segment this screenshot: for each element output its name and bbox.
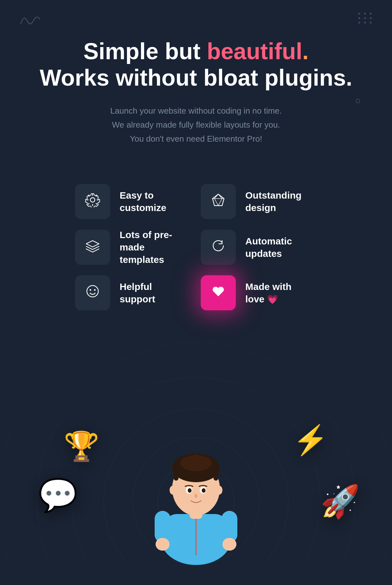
hero-title-part1: Simple but xyxy=(83,39,207,64)
layers-icon xyxy=(85,238,100,257)
feature-icon-box-gear xyxy=(75,184,110,219)
refresh-icon xyxy=(211,238,226,257)
svg-point-26 xyxy=(188,488,192,493)
feature-label-premade-templates: Lots of pre-madetemplates xyxy=(120,229,191,266)
page-wrapper: Simple but beautiful. Works without bloa… xyxy=(0,0,392,585)
feature-label-outstanding-design: Outstandingdesign xyxy=(245,189,302,214)
svg-point-5 xyxy=(87,285,98,297)
feature-icon-box-refresh xyxy=(201,230,236,265)
svg-marker-4 xyxy=(86,241,99,247)
lightning-emoji: ⚡ xyxy=(293,423,328,457)
svg-point-27 xyxy=(202,488,206,493)
hero-section: Simple but beautiful. Works without bloa… xyxy=(0,0,392,165)
svg-point-6 xyxy=(90,289,91,291)
hero-subtitle: Launch your website without coding in no… xyxy=(77,104,315,146)
feature-icon-box-diamond xyxy=(201,184,236,219)
feature-label-helpful-support: Helpfulsupport xyxy=(120,280,155,305)
feature-label-made-with-love: Made withlove 💗 xyxy=(245,280,291,305)
feature-automatic-updates: Automaticupdates xyxy=(201,229,317,266)
rocket-emoji: 🚀 xyxy=(320,483,360,520)
pink-heart-emoji: 💗 xyxy=(267,294,278,304)
heart-icon xyxy=(211,284,226,302)
features-grid: Easy tocustomize Outstandingdesign xyxy=(37,165,355,329)
feature-premade-templates: Lots of pre-madetemplates xyxy=(75,229,191,266)
svg-point-28 xyxy=(194,494,198,498)
svg-point-7 xyxy=(94,289,96,291)
svg-point-35 xyxy=(222,538,236,551)
hero-title-line2: Works without bloat plugins. xyxy=(40,65,353,90)
feature-label-easy-customize: Easy tocustomize xyxy=(120,189,166,214)
feature-helpful-support: Helpfulsupport xyxy=(75,275,191,310)
hero-title-period: . xyxy=(302,39,309,64)
gear-icon xyxy=(85,192,100,211)
svg-rect-21 xyxy=(174,468,178,481)
feature-label-automatic-updates: Automaticupdates xyxy=(245,235,292,260)
subtitle-line2: We already made fully flexible layouts f… xyxy=(112,120,280,130)
svg-point-29 xyxy=(170,486,176,495)
subtitle-line1: Launch your website without coding in no… xyxy=(110,106,282,116)
feature-made-with-love: Made withlove 💗 xyxy=(201,275,317,310)
svg-marker-1 xyxy=(213,194,224,206)
hero-title-beautiful: beautiful xyxy=(207,39,302,64)
feature-outstanding-design: Outstandingdesign xyxy=(201,184,317,219)
svg-point-30 xyxy=(216,486,222,495)
hero-title: Simple but beautiful. Works without bloa… xyxy=(32,38,360,91)
feature-icon-box-heart xyxy=(201,275,236,310)
feature-easy-customize: Easy tocustomize xyxy=(75,184,191,219)
smile-icon xyxy=(85,284,100,302)
svg-point-34 xyxy=(156,538,170,551)
feature-icon-box-smile xyxy=(75,275,110,310)
chat-emoji: 💬 xyxy=(38,476,78,514)
feature-icon-box-layers xyxy=(75,230,110,265)
subtitle-line3: You don't even need Elementor Pro! xyxy=(130,134,262,144)
svg-rect-31 xyxy=(190,511,202,519)
person-3d xyxy=(145,412,247,565)
diamond-icon xyxy=(211,192,226,211)
svg-rect-22 xyxy=(214,468,218,481)
trophy-emoji: 🏆 xyxy=(64,430,99,463)
radar-section: 🏆 ⚡ 💬 🚀 xyxy=(0,342,392,565)
svg-point-0 xyxy=(90,198,95,202)
